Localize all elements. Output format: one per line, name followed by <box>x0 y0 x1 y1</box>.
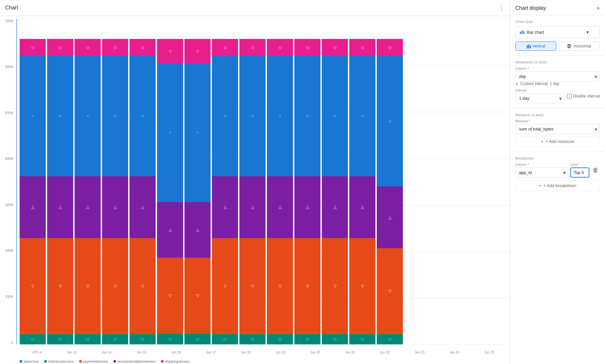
panel-expand-icon[interactable]: » <box>596 5 600 11</box>
bar-segment-orange: ▽ <box>184 258 211 334</box>
chart-header: Chart ⋮ <box>0 0 510 16</box>
breakdown-col-select[interactable]: app_id service_name region <box>515 167 568 178</box>
y-label-400m: 400M <box>1 157 15 161</box>
bar-segment-teal: □ <box>157 334 183 344</box>
add-measure-button[interactable]: + + Add measure <box>515 136 600 147</box>
custom-interval-toggle[interactable]: ∧ Custom interval: 1 day <box>515 81 600 86</box>
add-measure-label: + Add measure <box>545 139 574 144</box>
svg-rect-8 <box>567 47 570 48</box>
bar-segment-purple: △ <box>322 176 348 238</box>
bar-segment-orange: ▽ <box>75 238 101 334</box>
breakdown-row: Column * app_id service_name region Limi… <box>515 163 600 178</box>
interval-select-wrapper: 1 day 1 hour 1 week <box>515 93 564 103</box>
column-select[interactable]: day <box>515 71 600 81</box>
bar-segment-purple: △ <box>294 176 320 238</box>
disable-interval-control: Disable interval <box>567 94 600 98</box>
bar-group: □▽△○◇ <box>102 19 128 344</box>
disable-interval-checkbox[interactable] <box>567 94 572 98</box>
bar-group: □▽△○◇ <box>157 19 183 344</box>
breakdown-section-label: Breakdown <box>515 156 600 160</box>
bar-segment-pink: ◇ <box>239 39 266 56</box>
chart-type-label: Chart type <box>515 20 600 24</box>
bar-group: □▽△○◇ <box>349 19 375 344</box>
bar-segment-pink: ◇ <box>130 39 156 56</box>
x-axis-label: Jun 13 <box>54 351 89 354</box>
bar-segment-purple: △ <box>184 202 211 258</box>
bar-segment-teal: □ <box>322 334 348 344</box>
vertical-icon <box>527 44 531 48</box>
measure-select[interactable]: sum of total_bytes count avg of total_by… <box>515 124 600 134</box>
bar-segment-orange: ▽ <box>267 238 293 334</box>
vertical-label: Vertical <box>532 44 545 48</box>
bar-segment-teal: □ <box>212 334 238 344</box>
bar-group: □▽△○◇ <box>47 19 73 344</box>
x-axis-label: Jun 19 <box>263 351 298 354</box>
legend-color-dot <box>20 360 22 363</box>
x-axis-label: Jun 23 <box>402 351 437 354</box>
measure-label: Measure * <box>515 119 600 123</box>
svg-rect-0 <box>520 32 521 34</box>
bar-segment-purple: △ <box>349 176 375 238</box>
limit-input[interactable] <box>570 167 589 178</box>
bar-segment-orange: ▽ <box>20 238 46 334</box>
bar-segment-teal: □ <box>47 334 73 344</box>
right-panel: Chart display » Chart type Bar chart ▾ <box>510 0 605 364</box>
bar-group: □▽△○◇ <box>184 19 211 344</box>
bar-segment-pink: ◇ <box>47 39 73 56</box>
legend-label: adservice <box>24 359 39 363</box>
measure-section: Measure (y-axis) Measure * sum of total_… <box>510 108 605 152</box>
panel-title: Chart display <box>515 5 546 11</box>
dimension-section: Dimension (x-axis) Column * day ∧ Custom… <box>510 56 605 108</box>
bar-segment-teal: □ <box>20 334 46 344</box>
bar-group: □▽△○◇ <box>322 19 348 344</box>
bar-segment-blue: ○ <box>184 63 211 202</box>
svg-rect-5 <box>530 45 531 48</box>
svg-rect-2 <box>523 31 524 34</box>
chart-type-section: Chart type Bar chart ▾ <box>510 15 605 56</box>
bar-segment-blue: ○ <box>239 56 266 176</box>
bar-group: □▽△○◇ <box>20 19 46 344</box>
bar-group: □▽△○◇ <box>212 19 238 344</box>
vertical-button[interactable]: Vertical <box>515 42 556 51</box>
bar-segment-blue: ○ <box>294 56 320 176</box>
bar-segment-blue: ○ <box>20 56 46 176</box>
legend-item: paymentservice <box>79 359 108 363</box>
measure-select-wrapper: sum of total_bytes count avg of total_by… <box>515 124 600 134</box>
bar-segment-teal: □ <box>130 334 156 344</box>
orientation-buttons: Vertical Horizontal <box>515 42 600 51</box>
x-axis-label: Jun 16 <box>159 351 193 354</box>
delete-breakdown-icon[interactable]: 🗑 <box>591 165 600 175</box>
bar-segment-orange: ▽ <box>349 238 375 334</box>
bar-segment-teal: □ <box>267 334 293 344</box>
bar-segment-blue: ○ <box>130 56 156 176</box>
bar-segment-teal: □ <box>377 334 403 344</box>
horizontal-button[interactable]: Horizontal <box>559 42 600 51</box>
x-axis-label: Jun 21 <box>333 351 367 354</box>
svg-rect-4 <box>528 44 529 48</box>
bar-segment-purple: △ <box>20 176 46 238</box>
bar-segment-teal: □ <box>102 334 128 344</box>
bar-segment-pink: ◇ <box>184 39 211 63</box>
chart-type-select[interactable]: Bar chart ▾ <box>515 26 600 38</box>
add-breakdown-button[interactable]: + + Add breakdown <box>515 180 600 191</box>
bar-segment-orange: ▽ <box>239 238 266 334</box>
bar-segment-blue: ○ <box>349 56 375 176</box>
bar-segment-orange: ▽ <box>212 238 238 334</box>
x-axis-indicator <box>16 19 17 344</box>
bar-segment-pink: ◇ <box>377 39 403 56</box>
interval-select[interactable]: 1 day 1 hour 1 week <box>515 93 564 103</box>
bar-segment-purple: △ <box>102 176 128 238</box>
x-axis-label: Jun 14 <box>89 351 124 354</box>
more-options-icon[interactable]: ⋮ <box>498 4 505 12</box>
bar-segment-purple: △ <box>377 186 403 248</box>
panel-header: Chart display » <box>510 0 605 15</box>
y-label-200m: 200M <box>1 249 15 252</box>
chart-area: Chart ⋮ 0 100M 200M 300M 400M 500M 600M … <box>0 0 510 364</box>
bar-segment-orange: ▽ <box>377 248 403 334</box>
bar-segment-blue: ○ <box>157 63 183 202</box>
x-axis-label: Jun 25 <box>472 351 507 354</box>
bar-segment-teal: □ <box>239 334 266 344</box>
x-axis-label: Jun 17 <box>194 351 228 354</box>
bar-segment-pink: ◇ <box>294 39 320 56</box>
measure-section-label: Measure (y-axis) <box>515 113 600 117</box>
